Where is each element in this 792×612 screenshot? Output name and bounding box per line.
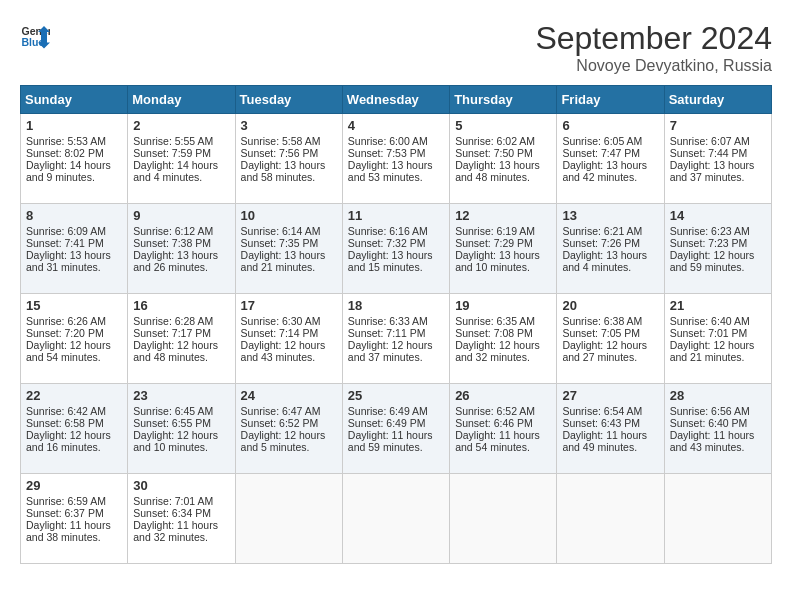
day-of-week-header: Tuesday bbox=[235, 86, 342, 114]
sunrise: Sunrise: 6:00 AM bbox=[348, 135, 428, 147]
sunset: Sunset: 6:46 PM bbox=[455, 417, 533, 429]
calendar-cell: 23Sunrise: 6:45 AMSunset: 6:55 PMDayligh… bbox=[128, 384, 235, 474]
daylight: Daylight: 12 hours and 43 minutes. bbox=[241, 339, 326, 363]
day-number: 30 bbox=[133, 478, 229, 493]
calendar-week-row: 15Sunrise: 6:26 AMSunset: 7:20 PMDayligh… bbox=[21, 294, 772, 384]
sunset: Sunset: 7:05 PM bbox=[562, 327, 640, 339]
day-number: 10 bbox=[241, 208, 337, 223]
logo: General Blue bbox=[20, 20, 50, 50]
sunrise: Sunrise: 6:56 AM bbox=[670, 405, 750, 417]
sunset: Sunset: 6:49 PM bbox=[348, 417, 426, 429]
daylight: Daylight: 12 hours and 54 minutes. bbox=[26, 339, 111, 363]
day-number: 23 bbox=[133, 388, 229, 403]
sunrise: Sunrise: 6:26 AM bbox=[26, 315, 106, 327]
sunset: Sunset: 7:26 PM bbox=[562, 237, 640, 249]
calendar-cell: 25Sunrise: 6:49 AMSunset: 6:49 PMDayligh… bbox=[342, 384, 449, 474]
sunset: Sunset: 7:17 PM bbox=[133, 327, 211, 339]
daylight: Daylight: 13 hours and 4 minutes. bbox=[562, 249, 647, 273]
daylight: Daylight: 12 hours and 32 minutes. bbox=[455, 339, 540, 363]
day-of-week-header: Friday bbox=[557, 86, 664, 114]
calendar-week-row: 29Sunrise: 6:59 AMSunset: 6:37 PMDayligh… bbox=[21, 474, 772, 564]
sunset: Sunset: 6:55 PM bbox=[133, 417, 211, 429]
svg-text:Blue: Blue bbox=[22, 36, 45, 48]
day-number: 3 bbox=[241, 118, 337, 133]
calendar-cell: 20Sunrise: 6:38 AMSunset: 7:05 PMDayligh… bbox=[557, 294, 664, 384]
calendar-cell bbox=[235, 474, 342, 564]
sunrise: Sunrise: 6:05 AM bbox=[562, 135, 642, 147]
daylight: Daylight: 13 hours and 15 minutes. bbox=[348, 249, 433, 273]
day-number: 19 bbox=[455, 298, 551, 313]
calendar-cell bbox=[450, 474, 557, 564]
calendar-cell: 12Sunrise: 6:19 AMSunset: 7:29 PMDayligh… bbox=[450, 204, 557, 294]
sunrise: Sunrise: 6:19 AM bbox=[455, 225, 535, 237]
calendar-cell: 1Sunrise: 5:53 AMSunset: 8:02 PMDaylight… bbox=[21, 114, 128, 204]
sunrise: Sunrise: 6:21 AM bbox=[562, 225, 642, 237]
daylight: Daylight: 12 hours and 16 minutes. bbox=[26, 429, 111, 453]
calendar-cell: 10Sunrise: 6:14 AMSunset: 7:35 PMDayligh… bbox=[235, 204, 342, 294]
calendar-cell bbox=[557, 474, 664, 564]
calendar-cell: 5Sunrise: 6:02 AMSunset: 7:50 PMDaylight… bbox=[450, 114, 557, 204]
month-title: September 2024 bbox=[535, 20, 772, 57]
calendar-cell: 2Sunrise: 5:55 AMSunset: 7:59 PMDaylight… bbox=[128, 114, 235, 204]
sunset: Sunset: 7:23 PM bbox=[670, 237, 748, 249]
page-header: General Blue September 2024 Novoye Devya… bbox=[20, 20, 772, 75]
day-number: 12 bbox=[455, 208, 551, 223]
day-number: 5 bbox=[455, 118, 551, 133]
sunset: Sunset: 7:35 PM bbox=[241, 237, 319, 249]
calendar-cell: 16Sunrise: 6:28 AMSunset: 7:17 PMDayligh… bbox=[128, 294, 235, 384]
day-number: 8 bbox=[26, 208, 122, 223]
calendar-cell bbox=[342, 474, 449, 564]
sunrise: Sunrise: 6:35 AM bbox=[455, 315, 535, 327]
sunset: Sunset: 7:59 PM bbox=[133, 147, 211, 159]
calendar-cell: 8Sunrise: 6:09 AMSunset: 7:41 PMDaylight… bbox=[21, 204, 128, 294]
sunset: Sunset: 6:43 PM bbox=[562, 417, 640, 429]
daylight: Daylight: 11 hours and 59 minutes. bbox=[348, 429, 433, 453]
daylight: Daylight: 12 hours and 27 minutes. bbox=[562, 339, 647, 363]
day-number: 13 bbox=[562, 208, 658, 223]
sunrise: Sunrise: 6:49 AM bbox=[348, 405, 428, 417]
calendar-cell: 21Sunrise: 6:40 AMSunset: 7:01 PMDayligh… bbox=[664, 294, 771, 384]
daylight: Daylight: 12 hours and 37 minutes. bbox=[348, 339, 433, 363]
sunrise: Sunrise: 6:47 AM bbox=[241, 405, 321, 417]
daylight: Daylight: 14 hours and 9 minutes. bbox=[26, 159, 111, 183]
calendar-body: 1Sunrise: 5:53 AMSunset: 8:02 PMDaylight… bbox=[21, 114, 772, 564]
daylight: Daylight: 11 hours and 54 minutes. bbox=[455, 429, 540, 453]
calendar-header-row: SundayMondayTuesdayWednesdayThursdayFrid… bbox=[21, 86, 772, 114]
day-number: 14 bbox=[670, 208, 766, 223]
logo-icon: General Blue bbox=[20, 20, 50, 50]
calendar-week-row: 1Sunrise: 5:53 AMSunset: 8:02 PMDaylight… bbox=[21, 114, 772, 204]
sunset: Sunset: 7:29 PM bbox=[455, 237, 533, 249]
day-number: 15 bbox=[26, 298, 122, 313]
sunrise: Sunrise: 6:12 AM bbox=[133, 225, 213, 237]
calendar-cell: 19Sunrise: 6:35 AMSunset: 7:08 PMDayligh… bbox=[450, 294, 557, 384]
day-number: 16 bbox=[133, 298, 229, 313]
calendar-table: SundayMondayTuesdayWednesdayThursdayFrid… bbox=[20, 85, 772, 564]
daylight: Daylight: 12 hours and 59 minutes. bbox=[670, 249, 755, 273]
sunrise: Sunrise: 6:52 AM bbox=[455, 405, 535, 417]
sunrise: Sunrise: 6:45 AM bbox=[133, 405, 213, 417]
calendar-cell: 13Sunrise: 6:21 AMSunset: 7:26 PMDayligh… bbox=[557, 204, 664, 294]
daylight: Daylight: 13 hours and 10 minutes. bbox=[455, 249, 540, 273]
sunset: Sunset: 6:40 PM bbox=[670, 417, 748, 429]
sunset: Sunset: 7:50 PM bbox=[455, 147, 533, 159]
day-number: 20 bbox=[562, 298, 658, 313]
daylight: Daylight: 11 hours and 43 minutes. bbox=[670, 429, 755, 453]
calendar-cell: 27Sunrise: 6:54 AMSunset: 6:43 PMDayligh… bbox=[557, 384, 664, 474]
calendar-week-row: 22Sunrise: 6:42 AMSunset: 6:58 PMDayligh… bbox=[21, 384, 772, 474]
day-number: 26 bbox=[455, 388, 551, 403]
calendar-cell: 15Sunrise: 6:26 AMSunset: 7:20 PMDayligh… bbox=[21, 294, 128, 384]
daylight: Daylight: 12 hours and 48 minutes. bbox=[133, 339, 218, 363]
sunset: Sunset: 8:02 PM bbox=[26, 147, 104, 159]
daylight: Daylight: 12 hours and 21 minutes. bbox=[670, 339, 755, 363]
day-number: 2 bbox=[133, 118, 229, 133]
calendar-cell: 6Sunrise: 6:05 AMSunset: 7:47 PMDaylight… bbox=[557, 114, 664, 204]
daylight: Daylight: 13 hours and 37 minutes. bbox=[670, 159, 755, 183]
sunset: Sunset: 7:01 PM bbox=[670, 327, 748, 339]
sunrise: Sunrise: 6:07 AM bbox=[670, 135, 750, 147]
sunrise: Sunrise: 6:59 AM bbox=[26, 495, 106, 507]
day-number: 7 bbox=[670, 118, 766, 133]
day-number: 29 bbox=[26, 478, 122, 493]
sunset: Sunset: 6:58 PM bbox=[26, 417, 104, 429]
day-number: 27 bbox=[562, 388, 658, 403]
sunrise: Sunrise: 5:53 AM bbox=[26, 135, 106, 147]
